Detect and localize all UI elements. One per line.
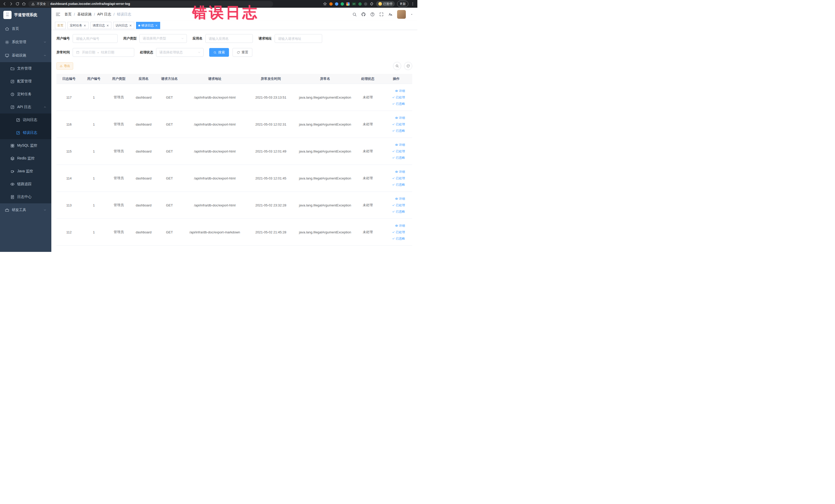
table-row: 1161管理员dashboardGET/api/infra/db-doc/exp… (57, 111, 412, 138)
processed-link[interactable]: 已处理 (392, 122, 405, 126)
detail-link[interactable]: 详细 (395, 89, 405, 93)
user-type-select[interactable]: 请选择用户类型 (139, 34, 187, 43)
rabbit-logo-icon (3, 11, 12, 19)
sidebar-item-api-log[interactable]: API 日志 (0, 101, 51, 114)
user-avatar[interactable] (397, 10, 406, 19)
tab-定时任务[interactable]: 定时任务 (67, 22, 88, 29)
processed-link[interactable]: 已处理 (392, 149, 405, 154)
close-tab-icon[interactable] (83, 24, 86, 27)
sidebar-item-system[interactable]: 系统管理 (0, 36, 51, 49)
extensions-grid-icon[interactable] (346, 2, 350, 6)
tab-调度日志[interactable]: 调度日志 (90, 22, 111, 29)
browser-home-icon[interactable] (22, 2, 26, 6)
ignored-link[interactable]: 已忽略 (392, 183, 405, 187)
browser-back-icon[interactable] (3, 2, 7, 6)
ignored-link[interactable]: 已忽略 (392, 129, 405, 133)
sidebar-item-home[interactable]: 首页 (0, 22, 51, 36)
browser-reload-icon[interactable] (15, 2, 20, 6)
breadcrumb-item[interactable]: API 日志 (97, 12, 111, 17)
chevron-down-icon (198, 51, 201, 54)
header-search-icon[interactable] (352, 12, 357, 17)
close-tab-icon[interactable] (106, 24, 109, 27)
cell-url: /api/infra/db-doc/export-html (183, 192, 247, 219)
bookmark-star-icon[interactable] (323, 2, 327, 6)
ignored-link[interactable]: 已忽略 (392, 237, 405, 241)
cell-time: 2021-05-03 23:13:51 (247, 84, 295, 111)
github-icon[interactable] (361, 12, 366, 17)
sidebar-item-job[interactable]: 定时任务 (0, 88, 51, 101)
close-tab-icon[interactable] (129, 24, 132, 27)
processed-link[interactable]: 已处理 (392, 95, 405, 100)
app-name-input[interactable] (205, 34, 253, 43)
sidebar-item-dev-tools[interactable]: 研发工具 (0, 203, 51, 217)
process-status-select[interactable]: 请选择处理状态 (156, 48, 204, 57)
detail-link[interactable]: 详细 (395, 197, 405, 201)
extension-icon[interactable] (341, 2, 344, 6)
sidebar-collapse-button[interactable] (56, 12, 61, 17)
check-icon (392, 204, 395, 207)
exception-time-range-picker[interactable]: 开始日期 - 结束日期 (73, 48, 134, 57)
font-size-icon[interactable] (388, 12, 393, 17)
request-url-input[interactable] (274, 34, 322, 43)
cell-user_id: 1 (81, 84, 106, 111)
update-button[interactable]: 更新 (397, 1, 408, 7)
processed-link[interactable]: 已处理 (392, 230, 405, 235)
search-button[interactable]: 搜索 (209, 48, 229, 57)
detail-link[interactable]: 详细 (395, 143, 405, 147)
sidebar-item-log-center[interactable]: 日志中心 (0, 190, 51, 203)
action-label: 已忽略 (396, 156, 405, 160)
fullscreen-icon[interactable] (379, 12, 384, 17)
export-button[interactable]: 导出 (57, 62, 73, 69)
ignored-link[interactable]: 已忽略 (392, 102, 405, 106)
paused-label: 已暂停 (383, 2, 392, 6)
help-icon[interactable] (370, 12, 375, 17)
user-id-input[interactable] (73, 34, 118, 43)
detail-link[interactable]: 详细 (395, 116, 405, 120)
app-logo[interactable]: 芋道管理系统 (0, 8, 51, 22)
detail-link[interactable]: 详细 (395, 170, 405, 174)
browser-forward-icon[interactable] (9, 2, 13, 6)
sidebar-item-java[interactable]: Java 监控 (0, 165, 51, 178)
security-warning-icon[interactable] (31, 2, 35, 6)
sidebar-item-mysql[interactable]: MySQL 监控 (0, 139, 51, 152)
url-text[interactable]: dashboard.yudao.iocoder.cn/infra/log/api… (50, 2, 130, 6)
sidebar-item-file[interactable]: 文件管理 (0, 62, 51, 75)
detail-link[interactable]: 详细 (395, 224, 405, 228)
ignored-link[interactable]: 已忽略 (392, 156, 405, 160)
extension-on-badge[interactable]: on (352, 2, 356, 6)
ignored-link[interactable]: 已忽略 (392, 209, 405, 214)
toggle-search-button[interactable] (393, 62, 401, 70)
breadcrumb-item[interactable]: 基础设施 (77, 12, 91, 17)
refresh-table-button[interactable] (404, 62, 412, 70)
processed-link[interactable]: 已处理 (392, 176, 405, 181)
breadcrumb-item[interactable]: 首页 (64, 12, 72, 17)
close-tab-icon[interactable] (155, 24, 158, 27)
tab-访问日志[interactable]: 访问日志 (113, 22, 134, 29)
profile-paused-chip[interactable]: 已暂停 (376, 1, 395, 7)
reset-button[interactable]: 重置 (232, 48, 252, 57)
sidebar-item-label: 定时任务 (17, 92, 32, 97)
extension-icon[interactable] (329, 2, 333, 6)
tab-错误日志[interactable]: 错误日志 (136, 22, 160, 29)
extensions-puzzle-icon[interactable] (370, 2, 374, 6)
sidebar-item-infra[interactable]: 基础设施 (0, 49, 51, 62)
extension-icon[interactable] (364, 2, 367, 6)
sidebar-item-access-log[interactable]: 访问日志 (0, 114, 51, 126)
processed-link[interactable]: 已处理 (392, 203, 405, 207)
extension-icon[interactable] (335, 2, 338, 6)
sidebar-item-trace[interactable]: 链路追踪 (0, 178, 51, 190)
extension-icon[interactable] (358, 2, 362, 6)
column-header: 处理状态 (355, 74, 380, 84)
sidebar-item-error-log[interactable]: 错误日志 (0, 126, 51, 139)
export-button-label: 导出 (64, 64, 70, 68)
address-bar[interactable]: 不安全 dashboard.yudao.iocoder.cn/infra/log… (28, 1, 273, 7)
avatar-caret-icon[interactable] (410, 13, 413, 16)
search-button-label: 搜索 (218, 50, 225, 55)
sidebar-item-redis[interactable]: Redis 监控 (0, 152, 51, 165)
browser-menu-icon[interactable] (411, 2, 415, 6)
check-icon (392, 183, 395, 186)
sidebar-item-config[interactable]: 配置管理 (0, 75, 51, 88)
select-placeholder: 请选择处理状态 (159, 50, 183, 55)
cell-method: GET (156, 111, 183, 138)
tab-首页[interactable]: 首页 (55, 22, 66, 29)
